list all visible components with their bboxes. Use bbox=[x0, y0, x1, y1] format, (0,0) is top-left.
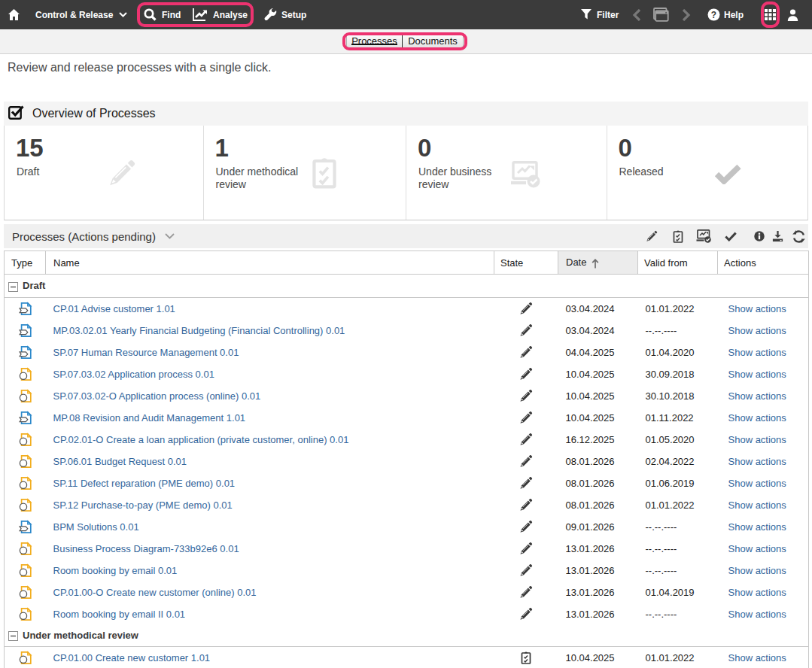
svg-text:?: ? bbox=[711, 10, 716, 20]
